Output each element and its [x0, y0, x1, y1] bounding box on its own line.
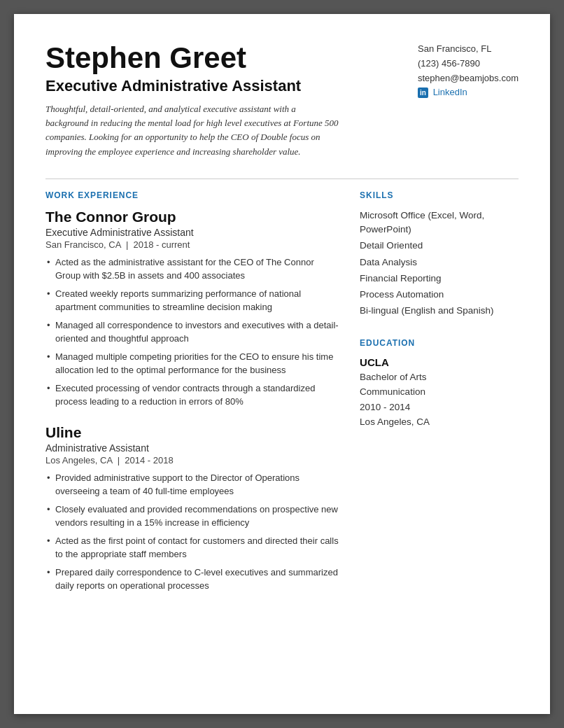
bullet-2-0: Provided administrative support to the D… — [45, 471, 339, 498]
dates-2: 2014 - 2018 — [125, 455, 173, 465]
education-location: Los Angeles, CA — [360, 414, 500, 430]
bullet-1-3: Managed multiple competing priorities fo… — [45, 350, 339, 377]
left-column: WORK EXPERIENCE The Connor Group Executi… — [45, 190, 339, 608]
header-section: Stephen Greet Executive Administrative A… — [45, 42, 519, 159]
dates-1: 2018 - current — [133, 239, 190, 250]
job-title: Executive Administrative Assistant — [45, 77, 339, 95]
bullet-1-4: Executed processing of vendor contracts … — [45, 382, 339, 409]
company-block-1: The Connor Group Executive Administrativ… — [45, 209, 339, 409]
work-experience-section: WORK EXPERIENCE The Connor Group Executi… — [45, 190, 339, 593]
education-school: UCLA — [360, 356, 500, 368]
education-dates: 2010 - 2014 — [360, 400, 500, 415]
bullet-2-2: Acted as the first point of contact for … — [45, 534, 339, 561]
education-heading: EDUCATION — [360, 338, 500, 348]
location-2: Los Angeles, CA — [45, 455, 112, 465]
candidate-name: Stephen Greet — [45, 42, 339, 74]
skill-5: Bi-lingual (English and Spanish) — [360, 304, 500, 318]
education-details: Bachelor of Arts Communication 2010 - 20… — [360, 370, 500, 430]
skills-heading: SKILLS — [360, 190, 500, 200]
position-meta-2: Los Angeles, CA | 2014 - 2018 — [45, 455, 339, 465]
education-field: Communication — [360, 384, 500, 400]
location-1: San Francisco, CA — [45, 239, 121, 250]
contact-linkedin[interactable]: in LinkedIn — [418, 85, 519, 100]
linkedin-link[interactable]: LinkedIn — [433, 87, 467, 97]
bullet-1-2: Managed all correspondence to investors … — [45, 318, 339, 346]
bullet-1-1: Created weekly reports summarizing perfo… — [45, 287, 339, 314]
position-title-2: Administrative Assistant — [45, 442, 339, 454]
bullets-1: Acted as the administrative assistant fo… — [45, 255, 339, 409]
skill-1: Detail Oriented — [360, 239, 500, 253]
skill-0: Microsoft Office (Excel, Word, PowerPoin… — [360, 209, 500, 237]
company-name-2: Uline — [45, 424, 339, 441]
header-left: Stephen Greet Executive Administrative A… — [45, 42, 339, 159]
skills-section: SKILLS Microsoft Office (Excel, Word, Po… — [360, 190, 500, 318]
position-meta-1: San Francisco, CA | 2018 - current — [45, 239, 339, 250]
right-column: SKILLS Microsoft Office (Excel, Word, Po… — [360, 190, 500, 608]
linkedin-icon: in — [418, 88, 428, 98]
contact-info: San Francisco, FL (123) 456-7890 stephen… — [418, 42, 519, 100]
position-title-1: Executive Administrative Assistant — [45, 227, 339, 238]
contact-phone: (123) 456-7890 — [418, 57, 519, 71]
education-section: EDUCATION UCLA Bachelor of Arts Communic… — [360, 338, 500, 430]
skills-list: Microsoft Office (Excel, Word, PowerPoin… — [360, 209, 500, 318]
bullet-2-1: Closely evaluated and provided recommend… — [45, 503, 339, 530]
education-degree: Bachelor of Arts — [360, 370, 500, 385]
skill-3: Financial Reporting — [360, 272, 500, 286]
resume-page: Stephen Greet Executive Administrative A… — [14, 14, 550, 714]
summary-text: Thoughtful, detail-oriented, and analyti… — [45, 102, 339, 159]
skill-4: Process Automation — [360, 288, 500, 302]
bullet-1-0: Acted as the administrative assistant fo… — [45, 255, 339, 283]
contact-location: San Francisco, FL — [418, 42, 519, 57]
contact-email: stephen@beamjobs.com — [418, 71, 519, 86]
main-content: WORK EXPERIENCE The Connor Group Executi… — [45, 190, 519, 608]
skill-2: Data Analysis — [360, 255, 500, 270]
header-divider — [45, 178, 519, 179]
company-name-1: The Connor Group — [45, 209, 339, 225]
company-block-2: Uline Administrative Assistant Los Angel… — [45, 424, 339, 593]
bullets-2: Provided administrative support to the D… — [45, 471, 339, 593]
bullet-2-3: Prepared daily correspondence to C-level… — [45, 566, 339, 593]
work-experience-heading: WORK EXPERIENCE — [45, 190, 339, 200]
